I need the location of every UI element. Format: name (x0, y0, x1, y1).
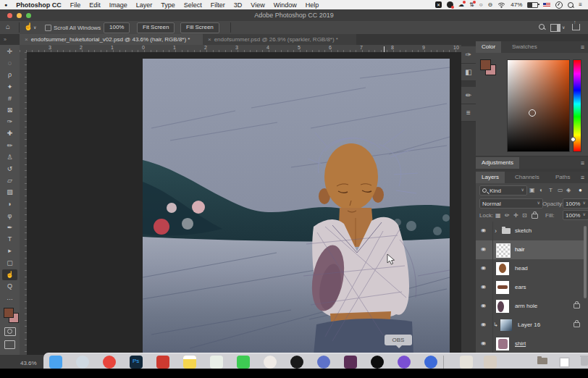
dock-icon-black-circle-app[interactable] (290, 356, 303, 369)
presets-panel-icon[interactable]: ≡ (461, 104, 476, 122)
color-field-marker[interactable] (529, 109, 536, 117)
dock-icon-white-red-circle-app[interactable] (264, 356, 277, 369)
layer-row-hair[interactable]: ◉ hair (476, 240, 584, 260)
brush-tool[interactable]: ✏ (2, 140, 17, 151)
layer-thumbnail[interactable] (500, 319, 512, 331)
do-not-disturb-icon[interactable]: ⊖ (488, 1, 493, 8)
layer-name[interactable]: head (515, 265, 528, 272)
foreground-color-swatch[interactable] (4, 308, 14, 318)
zoom-100-button[interactable]: 100% (104, 22, 130, 33)
layer-row-ears[interactable]: ◉ ears (476, 278, 584, 298)
shape-tool[interactable]: ▢ (2, 258, 17, 269)
menu-item-photoshop[interactable]: Photoshop CC (12, 1, 66, 9)
layer-name[interactable]: arm hole (515, 303, 537, 309)
wifi-icon[interactable] (497, 2, 505, 8)
menu-item-select[interactable]: Select (180, 1, 206, 9)
workspace-switcher-icon[interactable] (550, 24, 560, 32)
document-tab-inactive[interactable]: × endofsummer.psd @ 26.9% (sparkler, RGB… (203, 34, 356, 45)
marquee-tool[interactable]: ◌ (2, 58, 17, 69)
crop-tool[interactable]: # (2, 93, 17, 104)
quick-mask-icon[interactable] (4, 327, 16, 336)
tab-swatches[interactable]: Swatches (506, 41, 543, 53)
chevron-down-icon[interactable]: ∨ (33, 23, 36, 32)
dock-icon-white-green-app[interactable] (210, 356, 223, 369)
brushes-panel-icon[interactable]: ✑ (461, 46, 476, 64)
compass-icon[interactable] (555, 1, 563, 9)
menu-item-window[interactable]: Window (269, 1, 301, 9)
dock-icon-purple-swirl-app[interactable] (398, 356, 411, 369)
visibility-eye-icon[interactable]: ◉ (481, 303, 486, 308)
dock-downloads-icon[interactable] (559, 357, 570, 368)
close-tab-icon[interactable]: × (208, 36, 211, 43)
layer-thumbnail[interactable] (496, 262, 509, 275)
scroll-all-windows-checkbox[interactable] (45, 25, 51, 31)
dock-icon-photoshop[interactable] (130, 356, 143, 369)
search-icon[interactable] (539, 24, 545, 30)
input-language-flag-icon[interactable] (543, 3, 550, 7)
dock-trash-icon[interactable] (581, 357, 588, 366)
menu-item-layer[interactable]: Layer (132, 1, 157, 9)
group-chevron-icon[interactable]: › (495, 227, 497, 235)
dock-icon-notes[interactable] (183, 356, 196, 369)
chevron-down-icon[interactable]: ∨ (562, 23, 565, 32)
visibility-eye-icon[interactable]: ◉ (481, 285, 486, 290)
layer-row-shirt[interactable]: ◉ shirt (476, 335, 584, 354)
zoom-tool[interactable]: Q (2, 281, 17, 292)
canvas-artwork[interactable] (143, 59, 450, 355)
dock-icon-red-circle-app[interactable] (103, 356, 116, 369)
home-icon[interactable]: ⌂ (6, 22, 10, 31)
clone-stamp-tool[interactable]: ♙ (2, 152, 17, 163)
apple-menu-icon[interactable]: ● (0, 2, 12, 7)
fit-screen-button[interactable]: Fit Screen (137, 22, 175, 33)
record-status-icon[interactable] (447, 1, 453, 8)
dock-icon-finder[interactable] (49, 356, 62, 369)
eyedropper-tool[interactable]: ✑ (2, 117, 17, 127)
document-tab-active[interactable]: × endofsummer_huketutorial_v02.psd @ 43.… (20, 34, 212, 45)
layer-name[interactable]: hair (515, 246, 524, 253)
visibility-eye-icon[interactable]: ◉ (481, 341, 486, 346)
zoom-level-indicator[interactable]: 43.6% (20, 360, 37, 366)
filter-type-layers-icon[interactable]: T (549, 187, 553, 193)
dock-icon-green-app[interactable] (237, 356, 250, 369)
move-tool[interactable]: ✛ (2, 46, 17, 57)
panel-menu-icon[interactable]: ≡ (581, 157, 584, 169)
tab-channels[interactable]: Channels (509, 172, 545, 183)
filter-pixel-layers-icon[interactable]: ▣ (529, 187, 535, 193)
brush-settings-panel-icon[interactable]: ✏ (461, 87, 476, 104)
dock-icon-photos-doc[interactable] (484, 356, 497, 369)
menu-item-image[interactable]: Image (105, 1, 132, 9)
visibility-eye-icon[interactable]: ◉ (481, 266, 486, 271)
layer-name[interactable]: sketch (515, 227, 532, 234)
visibility-eye-icon[interactable]: ◉ (481, 322, 486, 327)
layers-scrollbar[interactable] (584, 226, 587, 298)
hue-slider[interactable] (573, 59, 581, 152)
filter-shape-layers-icon[interactable]: ▭ (558, 187, 563, 193)
layer-filter-toggle-icon[interactable]: ● (579, 187, 582, 193)
dock-icon-safari[interactable] (76, 356, 89, 369)
panel-menu-icon[interactable]: ≡ (581, 41, 584, 53)
lasso-tool[interactable]: ρ (2, 70, 17, 80)
layer-row-sketch[interactable]: ◉ › sketch (476, 222, 584, 241)
layer-filter-kind-dropdown[interactable]: Kind ∨ (479, 185, 527, 196)
layer-row-arm-hole[interactable]: ◉ arm hole (476, 297, 584, 316)
lock-transparency-icon[interactable]: ▦ (495, 212, 501, 219)
tab-adjustments[interactable]: Adjustments (476, 157, 519, 169)
tab-color[interactable]: Color (476, 41, 501, 53)
fill-value-dropdown[interactable]: 100% ∨ (563, 210, 588, 220)
share-icon[interactable] (572, 24, 580, 30)
hue-slider-marker[interactable] (571, 137, 576, 142)
layer-name[interactable]: Layer 16 (518, 322, 540, 328)
dock-icon-blue-circle-app[interactable] (317, 356, 330, 369)
history-brush-tool[interactable]: ↺ (2, 164, 17, 175)
hand-tool[interactable]: ☝ (2, 269, 17, 280)
layer-thumbnail[interactable] (496, 281, 509, 294)
menu-item-edit[interactable]: Edit (85, 1, 105, 9)
lock-paint-icon[interactable]: ✏ (505, 212, 510, 219)
dock-icon-blue-circle-app-2[interactable] (424, 356, 437, 369)
layer-thumbnail[interactable] (496, 337, 509, 350)
path-select-tool[interactable]: ▸ (2, 245, 17, 256)
filter-adjustment-layers-icon[interactable]: ◐ (539, 187, 543, 193)
lock-all-icon[interactable] (532, 214, 538, 219)
close-tab-icon[interactable]: × (25, 36, 28, 43)
menu-item-filter[interactable]: Filter (206, 1, 230, 9)
